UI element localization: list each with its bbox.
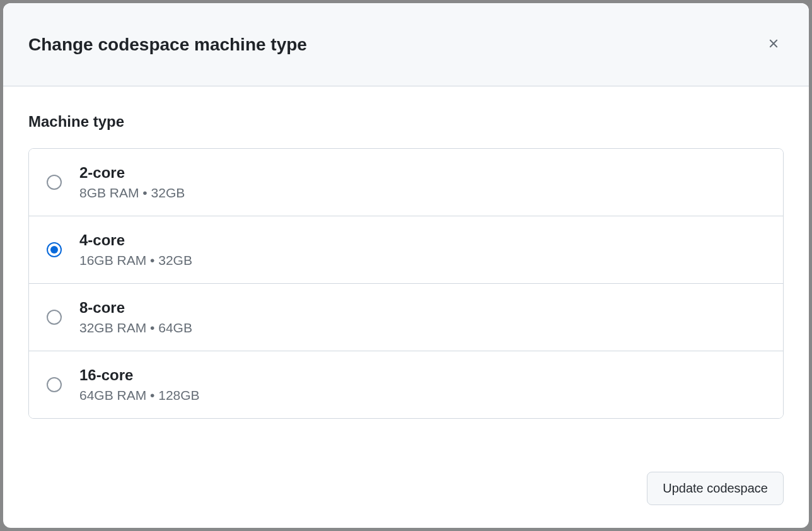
option-text: 8-core 32GB RAM • 64GB <box>79 299 192 336</box>
radio-input[interactable] <box>47 310 62 325</box>
radio-input[interactable] <box>47 242 62 257</box>
close-icon <box>767 37 780 52</box>
dialog-header: Change codespace machine type <box>3 3 809 86</box>
dialog-body: Machine type 2-core 8GB RAM • 32GB 4-cor… <box>3 86 809 457</box>
option-8-core[interactable]: 8-core 32GB RAM • 64GB <box>29 284 783 351</box>
option-title: 16-core <box>79 366 200 384</box>
option-detail: 64GB RAM • 128GB <box>79 388 200 403</box>
option-detail: 32GB RAM • 64GB <box>79 320 192 336</box>
machine-type-heading: Machine type <box>28 113 784 131</box>
option-text: 2-core 8GB RAM • 32GB <box>79 164 185 201</box>
option-title: 4-core <box>79 231 192 249</box>
machine-type-options: 2-core 8GB RAM • 32GB 4-core 16GB RAM • … <box>28 148 784 419</box>
change-machine-type-dialog: Change codespace machine type Machine ty… <box>3 3 809 528</box>
radio-input[interactable] <box>47 175 62 190</box>
option-text: 16-core 64GB RAM • 128GB <box>79 366 200 403</box>
option-detail: 16GB RAM • 32GB <box>79 253 192 268</box>
radio-input[interactable] <box>47 377 62 392</box>
close-button[interactable] <box>761 32 786 57</box>
update-codespace-button[interactable]: Update codespace <box>647 472 784 505</box>
option-2-core[interactable]: 2-core 8GB RAM • 32GB <box>29 149 783 216</box>
option-title: 2-core <box>79 164 185 182</box>
option-text: 4-core 16GB RAM • 32GB <box>79 231 192 268</box>
option-4-core[interactable]: 4-core 16GB RAM • 32GB <box>29 216 783 284</box>
option-16-core[interactable]: 16-core 64GB RAM • 128GB <box>29 351 783 418</box>
dialog-footer: Update codespace <box>3 457 809 528</box>
option-title: 8-core <box>79 299 192 317</box>
dialog-title: Change codespace machine type <box>28 35 307 55</box>
option-detail: 8GB RAM • 32GB <box>79 185 185 201</box>
